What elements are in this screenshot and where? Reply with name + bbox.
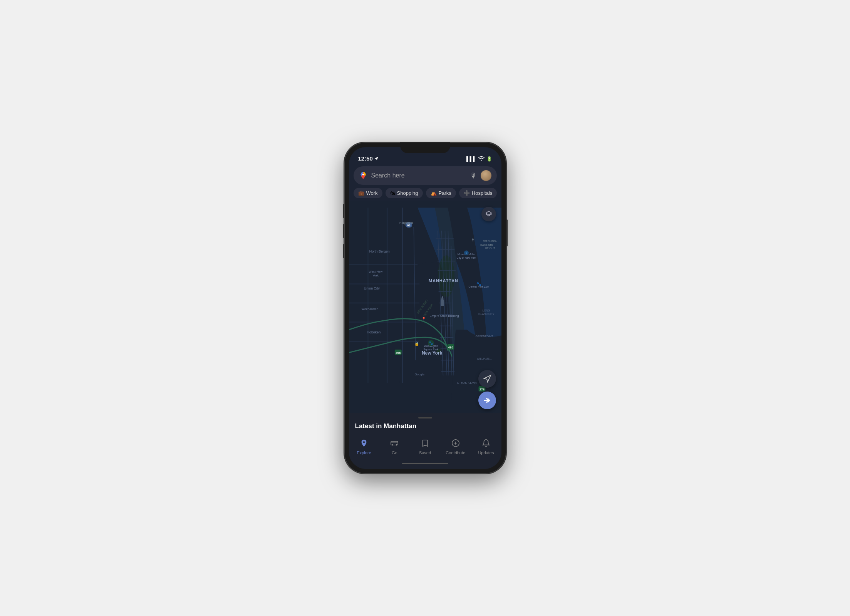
svg-point-82 (396, 444, 397, 446)
svg-text:HARLEM: HARLEM (479, 243, 492, 247)
go-icon (390, 439, 399, 449)
contribute-icon (451, 439, 460, 449)
work-icon: 💼 (358, 190, 364, 196)
navigate-icon (483, 375, 491, 383)
svg-text:WASHING-: WASHING- (483, 240, 496, 243)
status-time: 12:50 (358, 155, 379, 162)
map-controls (481, 207, 496, 221)
svg-text:New York: New York (422, 350, 442, 356)
sheet-handle[interactable] (418, 417, 432, 418)
svg-text:North Bergen: North Bergen (369, 249, 389, 253)
directions-button[interactable] (478, 392, 496, 409)
chip-work-label: Work (366, 190, 378, 196)
chip-parks-label: Parks (439, 190, 451, 196)
search-area: Search here 🎙 (349, 164, 501, 186)
status-icons: ▌▌▌ 🔋 (466, 156, 492, 162)
nav-go[interactable]: Go (379, 437, 410, 458)
bottom-nav: Explore Go (349, 434, 501, 458)
chip-shopping-label: Shopping (397, 190, 418, 196)
phone-frame: 12:50 ▌▌▌ 🔋 (344, 142, 506, 474)
map-area[interactable]: 495 495 278 63 MANHATTAN North Bergen (349, 201, 501, 413)
navigate-button[interactable] (478, 370, 496, 388)
svg-rect-66 (441, 300, 444, 306)
parks-icon: ⛺ (431, 190, 437, 196)
svg-text:🔒: 🔒 (414, 341, 419, 346)
battery-icon: 🔋 (486, 156, 492, 162)
svg-text:Google: Google (414, 373, 424, 376)
search-bar[interactable]: Search here 🎙 (354, 166, 497, 185)
svg-text:495: 495 (396, 351, 401, 355)
go-label: Go (392, 450, 397, 455)
chip-work[interactable]: 💼 Work (354, 188, 382, 198)
svg-text:HEIGHT: HEIGHT (485, 247, 495, 249)
fab-group (478, 370, 496, 409)
nav-contribute[interactable]: Contribute (440, 437, 471, 458)
home-bar (402, 463, 448, 464)
svg-text:Square Park: Square Park (423, 348, 438, 351)
svg-text:Hoboken: Hoboken (367, 330, 381, 334)
saved-label: Saved (419, 450, 431, 455)
home-indicator (349, 458, 501, 469)
saved-icon (421, 439, 429, 449)
chip-hospitals[interactable]: ➕ Hospitals (459, 188, 497, 198)
svg-rect-69 (442, 296, 443, 298)
svg-text:BROOKLYN: BROOKLYN (457, 381, 477, 385)
svg-text:✝: ✝ (471, 237, 474, 243)
svg-text:🐾: 🐾 (476, 281, 481, 286)
time-display: 12:50 (358, 155, 373, 162)
svg-marker-79 (484, 375, 490, 382)
search-placeholder[interactable]: Search here (371, 172, 466, 179)
svg-text:WILLIAMS...: WILLIAMS... (477, 357, 492, 360)
map-background: 495 495 278 63 MANHATTAN North Bergen (349, 201, 501, 413)
svg-text:York: York (372, 274, 379, 277)
svg-text:Ridgefield: Ridgefield (399, 221, 412, 224)
chip-shopping[interactable]: 🛍 Shopping (386, 188, 423, 198)
sheet-title: Latest in Manhattan (349, 422, 501, 434)
explore-label: Explore (357, 450, 371, 455)
updates-label: Updates (478, 450, 494, 455)
phone-notch (400, 142, 450, 153)
svg-text:495: 495 (448, 346, 453, 349)
layers-icon (485, 211, 492, 218)
shopping-icon: 🛍 (390, 190, 395, 196)
updates-icon (482, 439, 490, 449)
svg-point-0 (362, 174, 364, 176)
svg-text:Empire State Building: Empire State Building (429, 314, 459, 318)
hospital-icon: ➕ (464, 190, 470, 196)
svg-text:MANHATTAN: MANHATTAN (429, 278, 458, 283)
svg-text:🐾: 🐾 (429, 341, 433, 345)
svg-point-81 (392, 444, 393, 446)
nav-updates[interactable]: Updates (471, 437, 501, 458)
svg-text:ISLAND CITY: ISLAND CITY (478, 313, 495, 315)
svg-text:Union City: Union City (364, 286, 380, 290)
location-arrow-icon (374, 156, 379, 161)
wifi-icon (478, 156, 485, 162)
svg-text:●: ● (465, 251, 467, 254)
google-maps-logo (359, 171, 367, 180)
svg-text:GREENPOINT: GREENPOINT (475, 335, 493, 338)
layers-button[interactable] (481, 207, 496, 221)
nav-explore[interactable]: Explore (349, 437, 379, 458)
chips-row: 💼 Work 🛍 Shopping ⛺ Parks ➕ Hospitals (349, 186, 501, 201)
microphone-icon[interactable]: 🎙 (470, 172, 477, 180)
svg-text:City of New York: City of New York (456, 256, 476, 259)
svg-text:LONG: LONG (482, 309, 490, 312)
svg-text:West New: West New (369, 270, 382, 273)
nav-saved[interactable]: Saved (410, 437, 440, 458)
contribute-label: Contribute (446, 450, 465, 455)
signal-icon: ▌▌▌ (466, 156, 476, 162)
chip-parks[interactable]: ⛺ Parks (426, 188, 456, 198)
phone-screen: 12:50 ▌▌▌ 🔋 (349, 147, 501, 469)
directions-icon (483, 396, 491, 405)
svg-text:Weehawken: Weehawken (361, 307, 378, 311)
svg-text:📍: 📍 (421, 316, 426, 321)
chip-hospitals-label: Hospitals (472, 190, 492, 196)
explore-icon (360, 439, 368, 449)
bottom-sheet: Latest in Manhattan (349, 413, 501, 434)
avatar[interactable] (481, 170, 491, 181)
